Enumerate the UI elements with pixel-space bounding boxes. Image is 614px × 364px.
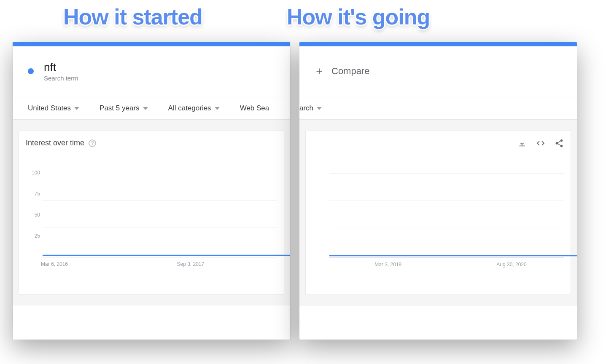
search-term-row[interactable]: nft Search term <box>13 46 290 97</box>
meme-title-left: How it started <box>63 4 202 29</box>
chart-container: Interest over time ? 100 75 50 25 M <box>13 120 290 305</box>
chart-card: Interest over time ? 100 75 50 25 M <box>19 131 284 294</box>
filter-bar-right: arch <box>299 97 577 120</box>
x-tick: Mar 6, 2016 <box>41 261 68 267</box>
accent-strip <box>13 42 290 46</box>
filter-region[interactable]: United States <box>28 104 79 112</box>
plot-right: Mar 3, 2019 Aug 30, 2020 <box>312 173 564 283</box>
filter-search-type[interactable]: Web Sea <box>240 104 269 112</box>
plot-left: 100 75 50 25 Mar 6, 2016 Sep 3, 2017 <box>26 173 277 282</box>
filter-region-label: United States <box>28 104 71 112</box>
chart-container: Mar 3, 2019 Aug 30, 2020 <box>299 120 577 306</box>
line-chart-right <box>329 173 577 257</box>
embed-icon[interactable] <box>536 139 545 148</box>
compare-label: Compare <box>331 66 369 77</box>
y-axis-labels: 100 75 50 25 <box>26 173 40 257</box>
filter-type-label-fragment-right: arch <box>299 104 313 112</box>
x-tick: Aug 30, 2020 <box>496 262 526 268</box>
meme-title-right: How it's going <box>287 4 430 29</box>
filter-category[interactable]: All categories <box>168 104 220 112</box>
y-tick: 100 <box>32 170 40 176</box>
x-tick: Sep 3, 2017 <box>177 261 204 267</box>
search-term-subtitle: Search term <box>44 75 78 82</box>
share-icon[interactable] <box>555 139 564 148</box>
chevron-down-icon <box>143 107 148 110</box>
download-icon[interactable] <box>517 139 527 148</box>
search-term-text: nft <box>44 61 78 74</box>
accent-strip <box>299 42 577 46</box>
filter-period[interactable]: Past 5 years <box>100 104 148 112</box>
chevron-down-icon <box>317 107 322 110</box>
plus-icon <box>315 67 324 76</box>
trends-panel-left: nft Search term United States Past 5 yea… <box>13 42 290 340</box>
series-color-dot <box>28 68 34 74</box>
chart-card: Mar 3, 2019 Aug 30, 2020 <box>305 131 571 295</box>
line-chart-left <box>43 173 290 257</box>
chart-actions <box>517 139 564 148</box>
chevron-down-icon <box>215 107 220 110</box>
compare-row[interactable]: Compare <box>299 46 577 97</box>
y-tick: 75 <box>35 191 40 197</box>
trends-panel-right: Compare arch <box>299 42 577 340</box>
chart-title: Interest over time <box>26 139 84 147</box>
filter-bar: United States Past 5 years All categorie… <box>13 97 290 120</box>
x-tick: Mar 3, 2019 <box>374 262 401 268</box>
filter-type-label-fragment: Web Sea <box>240 104 269 112</box>
filter-category-label: All categories <box>168 104 211 112</box>
filter-period-label: Past 5 years <box>100 104 140 112</box>
chevron-down-icon <box>74 107 79 110</box>
y-tick: 50 <box>35 212 40 218</box>
y-tick: 25 <box>35 233 40 239</box>
filter-search-type-continued[interactable]: arch <box>299 104 322 112</box>
help-icon[interactable]: ? <box>89 139 96 147</box>
